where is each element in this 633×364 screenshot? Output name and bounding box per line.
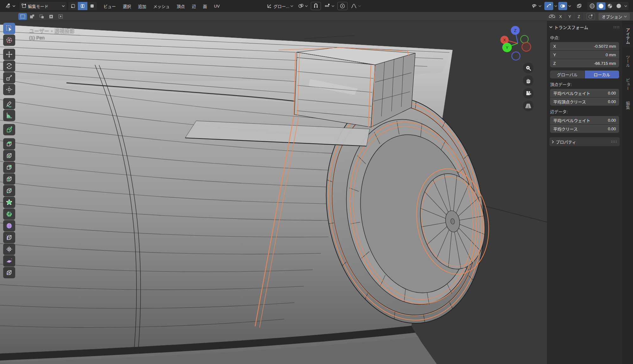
tab-view[interactable]: ビュー (622, 75, 633, 94)
shading-material-button[interactable] (605, 2, 614, 10)
orientation-icon (266, 3, 272, 9)
select-op-extend[interactable] (28, 13, 36, 20)
panel-grip-icon[interactable] (613, 26, 620, 28)
edge-slide-icon (5, 234, 13, 241)
chevron-down-icon[interactable] (568, 5, 571, 7)
camera-view-button[interactable] (523, 88, 534, 99)
tab-tool[interactable]: ツール (622, 52, 633, 71)
editor-type-button[interactable] (3, 2, 17, 10)
perspective-toggle-button[interactable] (523, 101, 534, 111)
axis-value: -66.715 mm (594, 61, 616, 66)
knife-icon (5, 187, 13, 194)
loop-cut-icon (5, 175, 13, 183)
panel-grip-icon[interactable] (611, 140, 617, 143)
navigation-gizmo[interactable]: Z X Y (500, 24, 538, 62)
menu-select[interactable]: 選択 (119, 2, 135, 10)
overlays-icon (560, 3, 566, 9)
snap-settings-dropdown[interactable] (322, 2, 336, 10)
median-z-field[interactable]: Z -66.715 mm (550, 59, 619, 67)
viewport-canvas[interactable] (0, 0, 633, 364)
select-op-invert[interactable] (47, 13, 55, 20)
select-op-intersect[interactable] (56, 13, 65, 20)
shading-wireframe-button[interactable] (588, 2, 597, 10)
snap-toggle[interactable] (311, 2, 321, 10)
snap-increment-icon (324, 3, 330, 9)
global-button[interactable]: グローバル (550, 71, 585, 78)
show-gizmos-toggle[interactable] (544, 2, 553, 10)
menu-uv[interactable]: UV (210, 2, 223, 10)
menu-face[interactable]: 面 (199, 2, 210, 10)
tool-poly-build[interactable] (3, 197, 15, 208)
properties-panel-header[interactable]: プロパティ (549, 137, 620, 146)
tool-add-cube[interactable] (3, 124, 15, 135)
object-visibility-dropdown[interactable] (529, 2, 543, 10)
edge-select-button[interactable] (78, 2, 87, 10)
mean-bevel-weight-field[interactable]: 平均ベベルウェイト 0.00 (550, 89, 619, 97)
svg-text:Z: Z (514, 28, 517, 33)
tool-settings-bar: X Y Z オプション (0, 12, 633, 21)
median-x-field[interactable]: X -0.5072 mm (550, 42, 619, 50)
face-select-button[interactable] (87, 2, 97, 10)
chevron-down-icon[interactable] (624, 5, 627, 7)
tab-edit[interactable]: 編集 (622, 98, 633, 113)
tool-rotate[interactable] (3, 60, 15, 72)
proportional-edit-toggle[interactable] (337, 2, 348, 10)
chevron-down-icon[interactable] (555, 5, 557, 7)
tool-extrude-region[interactable] (3, 138, 15, 150)
tool-knife[interactable] (3, 185, 15, 196)
menu-vertex[interactable]: 頂点 (173, 2, 188, 10)
pivot-point-dropdown[interactable] (296, 2, 310, 10)
tool-annotate[interactable] (3, 98, 15, 109)
mean-crease-field[interactable]: 平均クリース 0.00 (550, 125, 619, 133)
select-op-subtract[interactable] (37, 13, 46, 20)
gizmo-x-neg-axis[interactable] (522, 42, 531, 51)
tool-shear[interactable] (3, 255, 15, 267)
inset-faces-icon (5, 152, 13, 159)
pan-button[interactable] (523, 75, 534, 86)
tool-smooth[interactable] (3, 220, 15, 231)
tool-loop-cut[interactable] (3, 173, 15, 185)
tool-scale[interactable] (3, 72, 15, 83)
tab-item[interactable]: アイテム (622, 25, 633, 47)
local-button[interactable]: ローカル (585, 71, 619, 78)
pivot-point-icon (298, 3, 304, 9)
select-op-group (18, 13, 65, 20)
tool-shrink-fatten[interactable] (3, 244, 15, 255)
shading-rendered-button[interactable] (614, 2, 623, 10)
menu-view[interactable]: ビュー (100, 2, 119, 10)
gizmo-z-neg-axis[interactable] (512, 52, 520, 60)
transform-orientation-dropdown[interactable]: グロー... (265, 2, 295, 10)
tool-measure[interactable] (3, 110, 15, 121)
symmetry-snap-toggle[interactable] (586, 13, 595, 20)
tool-bevel[interactable] (3, 162, 15, 173)
falloff-dropdown[interactable] (349, 2, 363, 10)
menu-edge[interactable]: 辺 (188, 2, 199, 10)
xray-toggle[interactable] (575, 2, 584, 10)
mean-bevel-weight-edge-field[interactable]: 平均ベベルウェイト 0.00 (550, 116, 619, 124)
transform-panel-header[interactable]: トランスフォーム (549, 23, 620, 32)
show-overlays-toggle[interactable] (558, 2, 567, 10)
select-op-set[interactable] (18, 13, 27, 20)
vertex-select-button[interactable] (68, 2, 78, 10)
tool-inset-faces[interactable] (3, 150, 15, 161)
tool-spin[interactable] (3, 208, 15, 220)
tool-cursor[interactable] (3, 34, 15, 46)
options-dropdown[interactable]: オプション (599, 13, 630, 20)
gizmo-y-neg-axis[interactable] (521, 35, 528, 43)
tool-edge-slide[interactable] (3, 232, 15, 243)
mirror-x-toggle[interactable]: X (556, 13, 565, 20)
menu-add[interactable]: 追加 (135, 2, 150, 10)
mean-vertex-crease-field[interactable]: 平均頂点クリース 0.00 (550, 97, 619, 106)
zoom-button[interactable] (523, 63, 534, 73)
tool-transform[interactable] (3, 84, 15, 95)
shading-solid-button[interactable] (597, 2, 605, 10)
mirror-y-toggle[interactable]: Y (566, 13, 574, 20)
axis-value: 0 mm (606, 52, 616, 57)
menu-mesh[interactable]: メッシュ (150, 2, 173, 10)
mode-dropdown[interactable]: 編集モード (20, 2, 66, 10)
tool-rip-region[interactable] (3, 267, 15, 278)
tool-select-box[interactable] (3, 23, 15, 34)
median-y-field[interactable]: Y 0 mm (550, 51, 619, 59)
tool-move[interactable] (3, 49, 15, 60)
mirror-z-toggle[interactable]: Z (575, 13, 583, 20)
